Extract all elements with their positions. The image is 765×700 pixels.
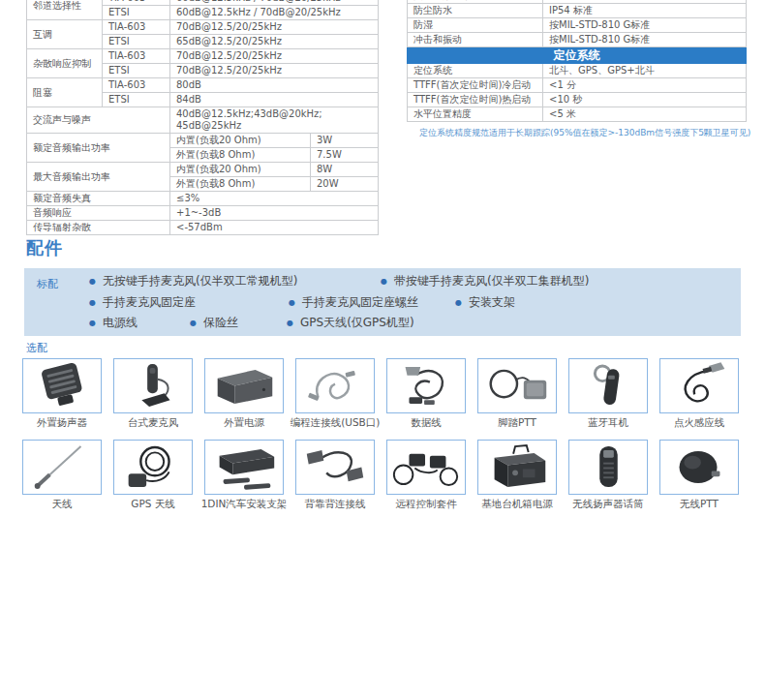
spec-label-cell: TTFF(首次定位时间)热启动 [408,93,543,107]
product-item: 外置扬声器 [22,358,102,428]
spec-label-cell: 冲击和振动 [408,33,543,47]
spec-label-cell: 外置(负载8 Ohm) [170,148,311,163]
spec-table-row: TTFF(首次定位时间)热启动<10 秒 [408,93,747,107]
product-photo-card [204,358,284,413]
bluetooth-earpiece-icon [570,361,646,411]
spec-table-row: 互调TIA-60370dB@12.5/20/25kHz [27,20,379,35]
standard-accessories-panel: 标配 ●无按键手持麦克风(仅半双工常规机型)●带按键手持麦克风(仅半双工集群机型… [24,268,741,336]
spec-table-row: 最大音频输出功率内置(负载20 Ohm)8W [27,163,379,177]
product-item: 无线扬声器话筒 [568,440,648,509]
bullet-icon: ● [455,298,462,307]
spec-value-cell: 70dB@12.5/20/25kHz [170,20,379,35]
speaker-mic-icon [570,442,646,492]
spec-table-row: 音频响应+1~-3dB [27,206,379,221]
standard-accessory-label: 保险丝 [203,315,238,331]
spec-value-cell: TIA-603 [103,49,170,64]
spec-label-cell: ETSI [103,6,170,20]
product-caption: 天线 [52,498,73,509]
spec-value-cell: 内置(负载20 Ohm) [170,134,311,148]
spec-value-cell: 北斗、GPS、GPS+北斗 [543,64,747,78]
bullet-icon: ● [190,319,197,327]
spec-value-cell: <-57dBm [170,221,379,235]
spec-value-cell: 70dB@12.5/20/25kHz [170,49,379,64]
spec-table-row: 防尘防水IP54 标准 [408,4,747,18]
product-photo-card [568,440,648,495]
positioning-section-header: 定位系统 [408,47,747,64]
product-photo-card [113,358,193,413]
spec-value-cell: 按MIL-STD-810 G标准 [543,33,747,47]
audio-spec-table: 邻道选择性TIA-60360dB@12.5kHz / 70dB@20/25kHz… [26,0,379,235]
bullet-icon: ● [89,319,96,327]
spec-value-cell: 8W [311,163,379,177]
spec-label-cell: TTFF(首次定位时间)冷启动 [408,78,543,93]
spec-value-cell: 70dB@12.5/20/25kHz [170,64,379,78]
spec-label-cell: 音频响应 [27,206,170,221]
spec-label-cell: 杂散响应抑制 [27,49,103,78]
spec-label-cell: 最大音频输出功率 [27,163,170,192]
spec-sheet-page: 邻道选择性TIA-60360dB@12.5kHz / 70dB@20/25kHz… [0,0,765,700]
wireless-ptt-icon [661,442,737,492]
spec-label-cell: 定位系统 [408,64,543,78]
spec-label-cell: ETSI [103,35,170,49]
product-item: 远程控制套件 [386,440,466,509]
spec-value-cell: 60dB@12.5kHz / 70dB@20/25kHz [170,6,379,20]
standard-accessory-label: 带按键手持麦克风(仅半双工集群机型) [394,273,589,289]
product-photo-card [659,358,739,413]
product-caption: 无线PTT [680,498,719,509]
product-photo-card [22,358,102,413]
product-caption: 蓝牙耳机 [588,416,628,428]
product-photo-card [295,440,375,495]
product-caption: 点火感应线 [674,416,725,428]
section-header-row: 定位系统 [408,47,747,64]
environment-gps-spec-table: 美国军用标准MIL-STD-810 G防尘防水IP54 标准防湿按MIL-STD… [407,0,747,122]
accessories-section-title: 配件 [26,236,63,259]
spec-table-row: 防湿按MIL-STD-810 G标准 [408,18,747,33]
standard-accessories-list-row: ●无按键手持麦克风(仅半双工常规机型)●带按键手持麦克风(仅半双工集群机型) [89,271,733,292]
spec-label-cell: 传导辐射杂散 [27,221,170,235]
bullet-icon: ● [89,277,96,286]
spec-label-cell: 外置(负载8 Ohm) [170,177,311,192]
spec-value-cell: 65dB@12.5/20/25kHz [170,35,379,49]
spec-value-cell: +1~-3dB [170,206,379,221]
product-caption: 1DIN汽车安装支架 [201,498,288,509]
spec-value-cell: ≤3% [170,192,379,206]
spec-label-cell: 防尘防水 [408,4,543,18]
spec-value-cell: 3W [311,134,379,148]
spec-value-cell: 内置(负载20 Ohm) [170,163,311,177]
bullet-icon: ● [289,298,295,307]
spec-value-cell: <10 秒 [543,93,747,107]
spec-label-cell: ETSI [103,93,170,107]
spec-label-cell: 互调 [27,20,103,49]
product-caption: GPS 天线 [131,498,174,509]
spec-table-row: 传导辐射杂散<-57dBm [27,221,379,235]
desktop-mic-icon [115,361,191,411]
product-item: 天线 [22,440,102,509]
bullet-icon: ● [89,298,96,307]
standard-accessory-item: ●保险丝 [190,315,287,331]
optional-accessories-row-2: 天线GPS 天线1DIN汽车安装支架背靠背连接线远程控制套件基地台机箱电源无线扬… [22,440,739,509]
product-caption: 外置电源 [224,416,264,428]
product-item: 无线PTT [659,440,739,509]
spec-value-cell: TIA-603 [103,20,170,35]
product-caption: 脚踏PTT [498,416,536,428]
external-speaker-icon [24,361,100,411]
product-item: 台式麦克风 [113,358,193,428]
product-item: 编程连接线(USB口) [295,358,375,428]
standard-accessories-list-row: ●手持麦克风固定座●手持麦克风固定座螺丝●安装支架 [89,292,733,314]
spec-table-row: 额定音频输出功率内置(负载20 Ohm)3W [27,134,379,148]
optional-accessories-row-1: 外置扬声器台式麦克风外置电源编程连接线(USB口)数据线脚踏PTT蓝牙耳机点火感… [22,358,739,428]
standard-accessory-item: ●带按键手持麦克风(仅半双工集群机型) [381,273,589,289]
product-caption: 无线扬声器话筒 [572,498,644,509]
product-photo-card [477,440,557,495]
spec-value-cell: <5 米 [543,107,747,122]
standard-accessory-item: ●手持麦克风固定座 [89,294,289,311]
spec-label-cell: 额定音频失真 [27,192,170,206]
standard-accessory-label: 手持麦克风固定座螺丝 [302,294,418,311]
data-cable-icon [388,361,464,411]
product-photo-card [477,358,557,413]
spec-value-cell: TIA-603 [103,78,170,93]
product-item: 外置电源 [204,358,284,428]
optional-accessories-label: 选配 [26,341,47,355]
usb-cable-icon [297,361,373,411]
product-item: 基地台机箱电源 [477,440,557,509]
